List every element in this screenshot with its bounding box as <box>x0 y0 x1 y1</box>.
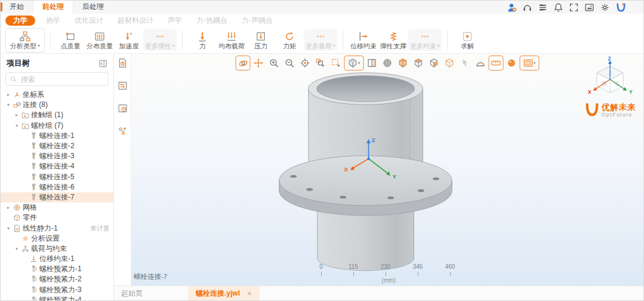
tree-item-bolt-group[interactable]: ▾ 螺栓组 (7) <box>1 121 113 131</box>
display-shaded-button[interactable] <box>396 56 411 70</box>
app-logo-icon[interactable] <box>615 2 625 13</box>
ribbon-point-mass-button[interactable]: 点质量 <box>56 28 85 52</box>
tree-item-bolt-connection-5[interactable]: 螺栓连接-5 <box>1 172 113 182</box>
probe-nodes-icon[interactable] <box>118 126 128 136</box>
rotate-tool[interactable] <box>236 56 251 70</box>
panel-collapse-icon[interactable] <box>98 59 107 68</box>
expander-expanded-icon[interactable]: ▾ <box>14 123 20 128</box>
window-icons <box>507 1 643 14</box>
zoom-fit-tool[interactable] <box>298 56 313 70</box>
ribbon-force-button[interactable]: 力 <box>188 28 217 52</box>
module-tab-vibro-acoustic[interactable]: 力-声耦合 <box>235 14 280 27</box>
module-tab-thermal[interactable]: 热学 <box>39 14 67 27</box>
box-select-tool[interactable] <box>313 56 328 70</box>
history-panel-icon[interactable] <box>118 103 128 113</box>
ribbon-solve-button[interactable]: 求解 <box>453 28 482 52</box>
zoom-out-tool[interactable] <box>282 56 297 70</box>
analysis-type-icon <box>19 31 31 42</box>
tree-item-parts[interactable]: 零件 <box>1 213 113 223</box>
tree-item-contact-group[interactable]: ▸ 接触组 (1) <box>1 110 113 120</box>
tree-item-bolt-connection-6[interactable]: 螺栓连接-6 <box>1 182 113 192</box>
tree-search-box[interactable] <box>5 72 109 86</box>
search-icon <box>10 76 17 82</box>
expander-expanded-icon[interactable]: ▾ <box>14 246 20 251</box>
tree-item-bolt-connection-2[interactable]: 螺栓连接-2 <box>1 141 113 151</box>
ribbon-more-loads-button[interactable]: 更多载荷▾ <box>304 29 337 51</box>
distance-measure-tool[interactable] <box>489 56 504 70</box>
tree-item-bolt-pretension-1[interactable]: 螺栓预紧力-1 <box>1 264 113 274</box>
start-page-tab[interactable]: 起始页 <box>114 286 150 300</box>
ribbon-more-inertia-button[interactable]: 更多惯性▾ <box>143 29 177 51</box>
tree-item-coordinate-systems[interactable]: ▸ 坐标系 <box>1 90 113 100</box>
tree-item-bolt-pretension-2[interactable]: 螺栓预紧力-2 <box>1 274 113 284</box>
ribbon-displacement-constraint-button[interactable]: 位移约束 <box>349 28 378 52</box>
angle-measure-tool[interactable] <box>473 56 488 70</box>
study-icon <box>13 225 21 232</box>
tree-item-bolt-pretension-3[interactable]: 螺栓预紧力-3 <box>1 285 113 295</box>
tree-item-connections[interactable]: ▾ 连接 (8) <box>1 100 113 110</box>
top-tab-postprocess[interactable]: 后处理 <box>73 1 113 14</box>
tree-item-bolt-connection-3[interactable]: 螺栓连接-3 <box>1 151 113 161</box>
expander-expanded-icon[interactable]: ▾ <box>5 102 11 108</box>
tree-item-bolt-connection-4[interactable]: 螺栓连接-4 <box>1 161 113 171</box>
viewport-canvas[interactable]: Z X Y ▾▾ 前 右 上 <box>131 54 643 285</box>
expander-expanded-icon[interactable]: ▾ <box>5 226 11 231</box>
display-settings-icon[interactable] <box>118 81 128 91</box>
ribbon-distributed-mass-button[interactable]: 分布质量 <box>85 28 115 52</box>
search-input[interactable] <box>20 75 104 84</box>
tree-item-displacement-constraint-1[interactable]: 位移约束-1 <box>1 254 113 264</box>
module-tab-mechanics[interactable]: 力学 <box>5 16 35 26</box>
user-avatar-icon[interactable] <box>507 2 517 13</box>
chevron-down-icon: ▾ <box>38 44 40 48</box>
mesh-display-button[interactable] <box>380 56 395 70</box>
pan-tool[interactable] <box>251 56 266 70</box>
expander-collapsed-icon[interactable]: ▸ <box>5 205 11 210</box>
part-icon <box>13 214 21 222</box>
model-3d-flange[interactable]: Z X Y <box>131 54 643 285</box>
section-view-button[interactable] <box>365 56 380 70</box>
top-tab-start[interactable]: 开始 <box>1 1 33 14</box>
tree-item-loads-and-constraints[interactable]: ▾ 载荷与约束 <box>1 244 113 254</box>
ribbon-distributed-load-button[interactable]: 均布载荷 <box>217 28 246 52</box>
box-deselect-tool[interactable] <box>329 56 344 70</box>
pick-tool[interactable] <box>458 56 473 70</box>
display-shaded-edges-button[interactable] <box>411 56 426 70</box>
tree-item-linear-static-study[interactable]: ▾ 线性静力-1 未计算 <box>1 223 113 233</box>
task-list-icon[interactable] <box>538 2 548 13</box>
expander-collapsed-icon[interactable]: ▸ <box>5 92 11 97</box>
feedback-icon[interactable] <box>584 2 594 13</box>
tree-item-mesh[interactable]: ▸ 网格 <box>1 202 113 213</box>
ribbon-analysis-type-button[interactable]: 分析类型▾ <box>5 28 45 53</box>
module-tab-optimization[interactable]: 优化设计 <box>67 14 110 27</box>
expander-collapsed-icon[interactable]: ▸ <box>14 112 20 118</box>
display-hidden-line-button[interactable] <box>427 56 442 70</box>
report-panel-icon[interactable] <box>118 58 128 68</box>
tree-item-bolt-pretension-4[interactable]: 螺栓预紧力-4 <box>1 295 113 300</box>
notifications-bell-icon[interactable] <box>553 2 563 13</box>
settings-gear-icon[interactable] <box>600 2 610 13</box>
top-tab-preprocess[interactable]: 前处理 <box>33 1 73 14</box>
module-tab-acoustics[interactable]: 声学 <box>161 14 189 27</box>
tree-item-analysis-settings[interactable]: 分析设置 <box>1 234 113 244</box>
acceleration-icon: a <box>123 31 135 42</box>
close-icon[interactable]: × <box>247 290 252 297</box>
module-tab-metamaterial[interactable]: 超材料设计 <box>110 14 161 27</box>
view-orientation-button[interactable]: ▾ <box>344 56 364 70</box>
ribbon-moment-button[interactable]: 力矩 <box>275 28 304 52</box>
ribbon-elastic-support-button[interactable]: 弹性支撑 <box>378 28 408 52</box>
fullscreen-icon[interactable] <box>569 2 579 13</box>
render-material-button[interactable] <box>504 56 519 70</box>
tree-item-bolt-connection-1[interactable]: 螺栓连接-1 <box>1 131 113 141</box>
module-tab-thermo-mech[interactable]: 力-热耦合 <box>189 14 235 27</box>
display-wireframe-button[interactable] <box>442 56 457 70</box>
ribbon-more-constraints-button[interactable]: 更多约束▾ <box>408 29 442 51</box>
zoom-in-tool[interactable] <box>267 56 282 70</box>
viewport-layout-button[interactable]: ▾ <box>520 56 540 70</box>
ribbon-pressure-button[interactable]: 压力 <box>246 28 275 52</box>
headset-support-icon[interactable] <box>522 2 532 13</box>
ribbon-acceleration-button[interactable]: a 加速度 <box>115 28 143 52</box>
navigation-cube[interactable]: 前 右 上 Z X Y <box>581 57 639 101</box>
tree-item-bolt-connection-7[interactable]: 螺栓连接-7 <box>1 192 113 202</box>
document-tab[interactable]: 螺栓连接.yjwl× <box>188 286 260 300</box>
module-bar: 力学热学优化设计超材料设计声学力-热耦合力-声耦合 <box>1 14 643 27</box>
